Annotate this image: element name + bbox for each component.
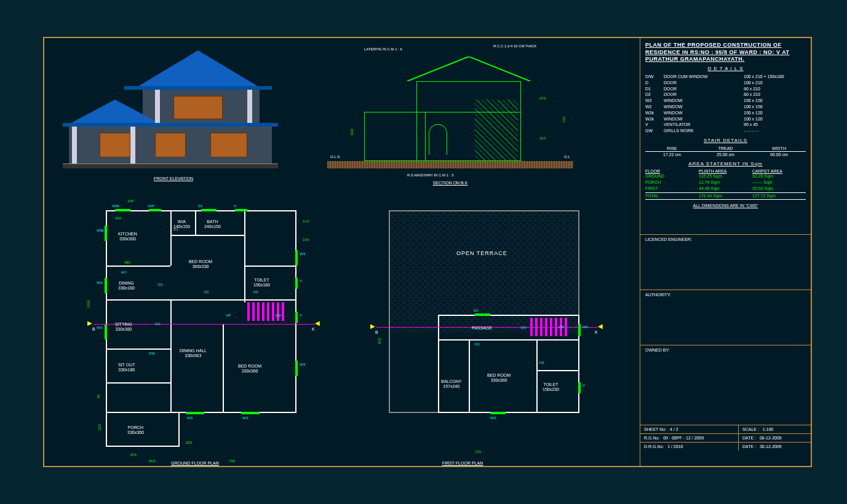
area-plinth-h: PLINTH AREA bbox=[699, 169, 752, 173]
lower-window-1 bbox=[100, 133, 130, 157]
tag-ao-2: AO bbox=[155, 322, 161, 326]
drgno: D.R.G.No: 1 / 2010 bbox=[640, 443, 739, 451]
wall-h6 bbox=[106, 382, 170, 384]
arch-opening bbox=[429, 124, 447, 155]
section-view: LATERITE IN C.M 1 : 6 R.C.C 1:2:4 10 CM … bbox=[321, 44, 579, 192]
tag-w3k: W3k bbox=[97, 229, 104, 232]
tag-d2-1: D2 bbox=[253, 290, 258, 294]
ffp-win-w2 bbox=[578, 324, 581, 336]
pillar-4 bbox=[247, 90, 252, 123]
section-ground bbox=[327, 161, 573, 168]
tag-d1-2: D1 bbox=[158, 283, 163, 286]
ffp-bedroom: BED ROOM330x360 bbox=[487, 373, 511, 384]
ffp-k-label: K bbox=[595, 330, 598, 334]
dim-480: 480 bbox=[124, 261, 130, 264]
area-carpet-h: CARPET AREA bbox=[752, 169, 806, 173]
stair-tread-h: TREAD bbox=[699, 146, 752, 152]
ffp-passage: PASSAGE bbox=[472, 326, 492, 331]
room-sitout: SIT OUT330x180 bbox=[118, 363, 135, 373]
upper-wall bbox=[143, 90, 260, 123]
stair-width-h: WIDTH bbox=[752, 146, 806, 152]
lower-wall bbox=[69, 127, 272, 163]
wall-h4 bbox=[244, 266, 296, 267]
ground-base bbox=[63, 163, 278, 168]
tag-150: 150 bbox=[275, 313, 281, 317]
area-headers: FLOOR PLINTH AREA CARPET AREA bbox=[645, 169, 806, 173]
dim-90: 90 bbox=[97, 395, 100, 399]
dim-270: 270 bbox=[539, 96, 546, 100]
dim-1035: 1035 bbox=[87, 300, 90, 308]
dn-label: DN bbox=[521, 326, 527, 329]
up-label: UP bbox=[226, 313, 231, 317]
tag-w3-l2: W3 bbox=[97, 326, 102, 329]
section-k-label: K bbox=[312, 327, 315, 331]
wall-h1 bbox=[170, 235, 244, 236]
area-floor-h: FLOOR bbox=[645, 169, 699, 173]
win-gw bbox=[149, 209, 161, 211]
authority-box: AUTHORITY: bbox=[640, 290, 811, 345]
dim-330-1: 330 bbox=[115, 216, 121, 220]
area-total: TOTAL 171.44 Sqm 127.72 Sqm bbox=[645, 192, 806, 200]
ffp-dim-609: 609 bbox=[378, 338, 381, 344]
tag-w2k: W2k bbox=[112, 204, 119, 208]
wall-h5 bbox=[106, 348, 170, 350]
ground-floor-plan: ▶ ◀ B K KITCHEN330x300 W/A140x150 BATH24… bbox=[69, 204, 315, 462]
title-block: PLAN OF THE PROPOSED CONSTRUCTION OF RES… bbox=[640, 38, 811, 466]
dim-630: 630 bbox=[350, 129, 354, 135]
ffp-tag-w3: W3 bbox=[490, 416, 496, 420]
wall-h2 bbox=[106, 266, 170, 267]
owned-label: OWNED BY: bbox=[645, 348, 670, 352]
rsmasonry-note: R.S.MASONRY IN C.M 1 : 5 bbox=[407, 173, 453, 177]
ffp-tag-v: V bbox=[583, 384, 585, 387]
tag-w3-r2: W3 bbox=[300, 363, 305, 366]
pillar-1 bbox=[72, 127, 77, 163]
wall-v4 bbox=[170, 299, 172, 413]
sheet-info-row-2: R.G.No: 09 - 08PF - 12 / 2009 DATE : 08-… bbox=[640, 434, 811, 443]
ffp-toilet: TOILET150x230 bbox=[543, 382, 559, 393]
tag-d1-4: D1 bbox=[204, 290, 209, 294]
stair-headers: RISE TREAD WIDTH bbox=[645, 146, 806, 152]
room-dininghall: DINING HALL330x563 bbox=[180, 348, 207, 359]
gfp-stair bbox=[247, 302, 284, 321]
tag-w3-b2: W3 bbox=[242, 416, 248, 420]
stair-rise-h: RISE bbox=[645, 146, 699, 152]
ffp-win-v bbox=[578, 382, 581, 393]
wall-v3 bbox=[244, 210, 245, 302]
dim-198: 198 bbox=[127, 199, 133, 203]
first-floor-plan: ▶ ◀ OPEN TERRACE PASSAGE BED ROOM330x360… bbox=[352, 204, 598, 462]
area-total-floor: TOTAL bbox=[645, 193, 699, 199]
upper-roof bbox=[137, 50, 260, 87]
ffp-win-w3 bbox=[490, 412, 506, 414]
tag-w3-b: W3 bbox=[187, 416, 193, 420]
ffp-arrow-k: ◀ bbox=[598, 323, 603, 329]
gl-left-label: G.L G bbox=[330, 155, 340, 159]
section-stair bbox=[475, 100, 518, 161]
win-w3-right3 bbox=[295, 361, 298, 376]
scale: SCALE : 1:100 bbox=[739, 425, 811, 433]
section-arrow-k: ◀ bbox=[315, 320, 320, 326]
drawing-area: FRONT ELEVATION LATERITE IN C.M 1 : 6 R.… bbox=[44, 38, 641, 466]
details-list: D/WDOOR CUM WINDOW100 x 210 + 150x180DDO… bbox=[645, 74, 806, 134]
section-arrow-b: ▶ bbox=[87, 320, 92, 326]
ffp-tag-d1-2: D1 bbox=[475, 342, 480, 346]
dim-310: 310 bbox=[539, 136, 546, 140]
drawing-sheet: FRONT ELEVATION LATERITE IN C.M 1 : 6 R.… bbox=[43, 37, 812, 467]
room-bed2: BED ROOM330x360 bbox=[238, 364, 261, 374]
win-w3-right bbox=[295, 250, 298, 266]
room-porch: PORCH330x300 bbox=[127, 425, 144, 436]
dim-733: 733 bbox=[562, 117, 566, 123]
pillar-3 bbox=[155, 90, 160, 123]
ffp-tag-d2: D2 bbox=[539, 361, 544, 364]
ffp-b-label: B bbox=[375, 330, 378, 334]
dim-320: 320 bbox=[98, 424, 101, 430]
rgno: R.G.No: 09 - 08PF - 12 / 2009 bbox=[640, 434, 739, 442]
dim-976: 976 bbox=[130, 453, 137, 457]
authority-label: AUTHORITY: bbox=[645, 293, 671, 297]
open-terrace-label: OPEN TERRACE bbox=[456, 250, 507, 256]
tag-v-1: V bbox=[234, 204, 236, 208]
win-v-top bbox=[235, 209, 247, 211]
room-sitting: SITTING330x300 bbox=[115, 322, 132, 333]
ffp-win-d1 bbox=[475, 313, 490, 316]
title-details-section: PLAN OF THE PROPOSED CONSTRUCTION OF RES… bbox=[640, 38, 811, 235]
dim-150-r: 150 bbox=[303, 238, 309, 242]
